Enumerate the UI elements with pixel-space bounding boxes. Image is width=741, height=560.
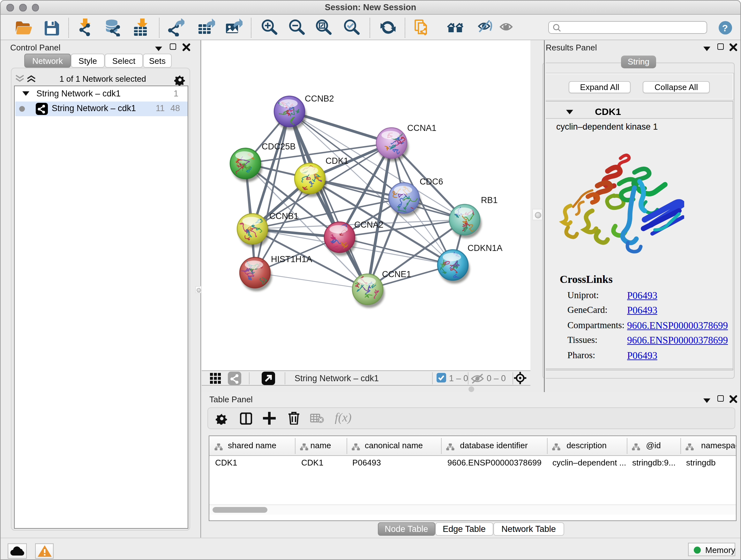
svg-text:HIST1H1A: HIST1H1A	[271, 254, 312, 264]
svg-text:CCNA1: CCNA1	[407, 123, 436, 133]
svg-text:RB1: RB1	[481, 195, 497, 205]
svg-text:CDKN1A: CDKN1A	[467, 243, 502, 253]
svg-text:CCNB1: CCNB1	[269, 211, 298, 221]
svg-text:CCNE1: CCNE1	[382, 269, 411, 279]
svg-text:CCNA2: CCNA2	[354, 220, 383, 230]
svg-text:CDK1: CDK1	[325, 156, 348, 166]
svg-text:CDC6: CDC6	[419, 177, 443, 186]
svg-text:CCNB2: CCNB2	[305, 94, 334, 104]
svg-text:CDC25B: CDC25B	[261, 142, 295, 151]
